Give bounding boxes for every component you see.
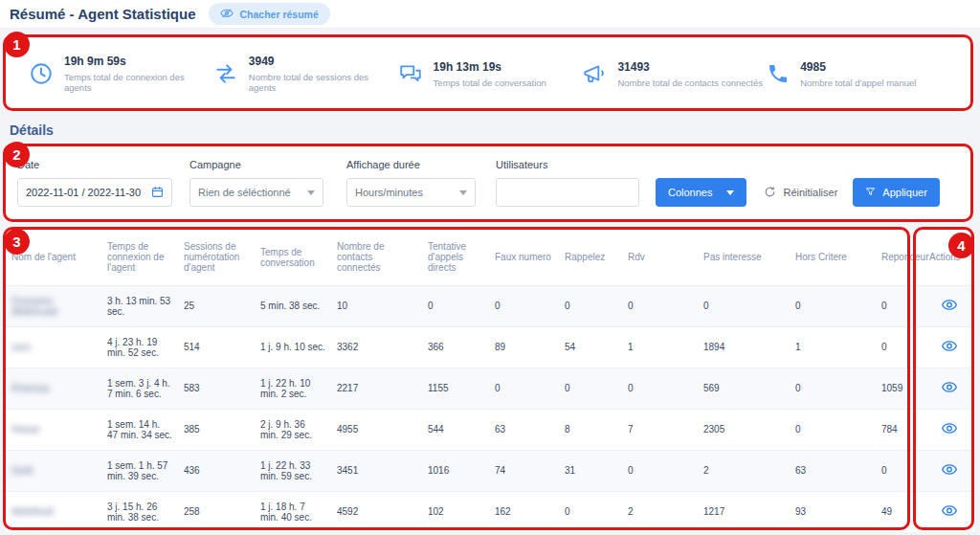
stat-label: Nombre total de sessions des agents [249, 72, 398, 93]
stat-value: 4985 [800, 60, 916, 74]
agents-table: Nom de l'agentTemps de connexion de l'ag… [6, 230, 974, 532]
stat-label: Nombre total d'appel manuel [800, 78, 916, 88]
data-cell: 3 h. 13 min. 53 sec. [101, 285, 178, 326]
column-header: Nombre de contacts connectés [331, 230, 422, 285]
calendar-icon [151, 186, 164, 200]
stat-conversation-time: 19h 13m 19s Temps total de conversation [398, 60, 583, 88]
data-cell: 0 [790, 409, 876, 450]
column-header: Repondeur [876, 230, 924, 285]
chevron-down-icon [726, 190, 734, 195]
column-header: Nom de l'agent [6, 230, 101, 285]
duree-select[interactable]: Hours/minutes [346, 178, 476, 207]
data-cell: 2 j. 9 h. 36 min. 29 sec. [255, 409, 331, 450]
data-cell: 2305 [698, 409, 790, 450]
data-cell: 0 [489, 368, 559, 409]
data-cell: 1 sem. 14 h. 47 min. 34 sec. [101, 409, 178, 450]
column-header: Temps de conversation [255, 230, 331, 285]
actions-cell [924, 409, 974, 450]
actions-cell [924, 368, 974, 409]
agent-name-cell: Oussama Abdelouad [6, 285, 101, 326]
data-cell: 1016 [422, 450, 489, 491]
stat-contacts: 31493 Nombre total de contacts connectés [582, 60, 767, 88]
data-cell: 1059 [876, 368, 924, 409]
reinitialiser-label: Réinitialiser [783, 187, 837, 198]
chevron-down-icon [459, 190, 467, 195]
data-cell: 0 [622, 450, 698, 491]
date-range-value: 2022-11-01 / 2022-11-30 [26, 187, 141, 198]
data-cell: 4955 [331, 409, 422, 450]
filter-bar: Date 2022-11-01 / 2022-11-30 Campagne Ri… [6, 145, 974, 220]
view-agent-details-button[interactable] [942, 340, 957, 352]
summary-stats-card: 19h 9m 59s Temps total de connexion des … [6, 36, 974, 111]
view-agent-details-button[interactable] [942, 504, 957, 517]
colonnes-button[interactable]: Colonnes [656, 178, 746, 207]
column-header: Tentative d'appels directs [422, 230, 489, 285]
data-cell: 0 [876, 285, 924, 326]
view-agent-details-button[interactable] [942, 463, 957, 476]
stat-value: 3949 [249, 55, 398, 68]
data-cell: 0 [876, 326, 924, 368]
reinitialiser-button[interactable]: Réinitialiser [764, 178, 837, 207]
data-cell: 10 [331, 285, 422, 326]
data-cell: 1 sem. 1 h. 57 min. 39 sec. [101, 450, 178, 491]
table-row: Oussama Abdelouad3 h. 13 min. 53 sec.255… [6, 285, 974, 326]
data-cell: 3362 [331, 326, 422, 368]
data-cell: 544 [422, 409, 489, 450]
view-agent-details-button[interactable] [942, 299, 957, 311]
transfer-arrows-icon [213, 61, 238, 86]
data-cell: 5 min. 38 sec. [255, 285, 331, 326]
data-cell: 0 [559, 368, 622, 409]
phone-icon [767, 62, 790, 85]
appliquer-button[interactable]: Appliquer [853, 178, 939, 207]
column-header: Rappelez [559, 230, 622, 285]
stat-label: Temps total de connexion des agents [64, 72, 213, 93]
stat-sessions: 3949 Nombre total de sessions des agents [213, 55, 398, 93]
data-cell: 1217 [698, 491, 790, 532]
campagne-label: Campagne [189, 159, 323, 170]
data-cell: 366 [422, 326, 489, 368]
stat-label: Nombre total de contacts connectés [617, 78, 763, 88]
column-header: Pas interesse [698, 230, 790, 285]
data-cell: 569 [698, 368, 790, 409]
view-agent-details-button[interactable] [942, 422, 957, 435]
view-agent-details-button[interactable] [942, 381, 957, 393]
chat-bubbles-icon [398, 61, 423, 86]
data-cell: 784 [876, 409, 924, 450]
data-cell: 1 j. 9 h. 10 sec. [255, 326, 331, 368]
data-cell: 0 [559, 285, 622, 326]
data-cell: 25 [178, 285, 255, 326]
table-body: Oussama Abdelouad3 h. 13 min. 53 sec.255… [6, 285, 974, 532]
date-range-input[interactable]: 2022-11-01 / 2022-11-30 [17, 178, 172, 207]
agent-name-cell: Hanae [6, 409, 101, 450]
table-header-row: Nom de l'agentTemps de connexion de l'ag… [6, 230, 974, 285]
utilisateurs-input[interactable] [496, 178, 639, 207]
data-cell: 2 [698, 450, 790, 491]
data-cell: 0 [622, 368, 698, 409]
column-header: Rdv [622, 230, 698, 285]
duree-label: Affichage durée [346, 159, 476, 170]
column-header: Hors Critere [790, 230, 876, 285]
table-row: Sarik1 sem. 1 h. 57 min. 39 sec.4361 j. … [6, 450, 974, 491]
campagne-select[interactable]: Rien de séléctionné [189, 178, 323, 207]
data-cell: 49 [876, 491, 924, 532]
column-header: Sessions de numérotation d'agent [178, 230, 255, 285]
date-label: Date [17, 159, 172, 170]
data-cell: 1 sem. 3 j. 4 h. 7 min. 6 sec. [101, 368, 178, 409]
stat-label: Temps total de conversation [434, 78, 546, 88]
data-cell: 385 [178, 409, 255, 450]
column-header: Actions [924, 230, 974, 285]
stat-value: 31493 [617, 60, 763, 74]
data-cell: 54 [559, 326, 622, 368]
stat-value: 19h 9m 59s [64, 55, 213, 68]
data-cell: 3 j. 15 h. 26 min. 38 sec. [101, 491, 178, 532]
stat-connexion-time: 19h 9m 59s Temps total de connexion des … [29, 55, 213, 93]
data-cell: 0 [698, 285, 790, 326]
data-cell: 1 [790, 326, 876, 368]
data-cell: 0 [790, 368, 876, 409]
page: Résumé - Agent Statistique Chacher résum… [0, 0, 980, 535]
actions-cell [924, 326, 974, 368]
column-header: Faux numero [489, 230, 559, 285]
hide-summary-button[interactable]: Chacher résumé [209, 3, 329, 25]
filter-funnel-icon [865, 187, 876, 199]
data-cell: 0 [876, 450, 924, 491]
